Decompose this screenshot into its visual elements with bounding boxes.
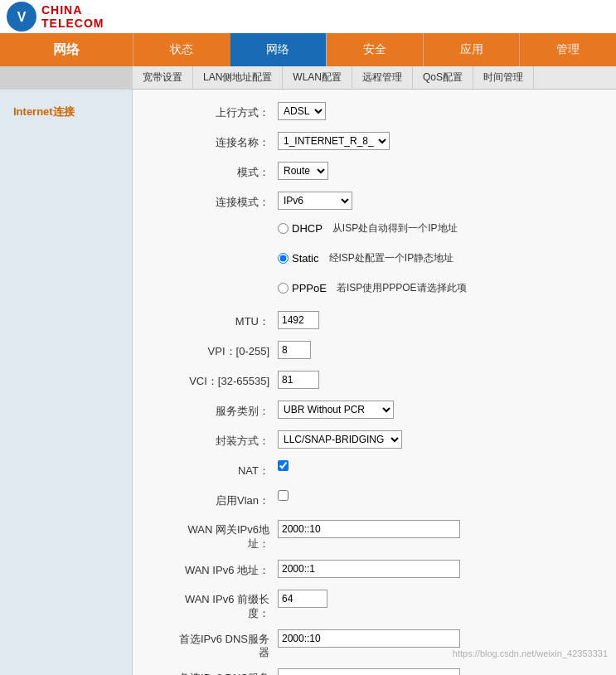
static-row: Static 经ISP处配置一个IP静态地址 — [149, 251, 599, 273]
nav-network-label: 网络 — [0, 33, 133, 66]
static-control: Static 经ISP处配置一个IP静态地址 — [278, 251, 454, 265]
mode-control: Route Bridge — [278, 162, 328, 180]
conn-name-select[interactable]: 1_INTERNET_R_8_81 — [278, 132, 390, 150]
tab-network[interactable]: 网络 — [230, 33, 327, 66]
vlan-control — [278, 490, 292, 501]
encap-row: 封装方式： LLC/SNAP-BRIDGING LLC Encapsulatio… — [149, 430, 599, 452]
static-label-spacer — [149, 251, 278, 255]
pppoe-radio[interactable] — [278, 283, 289, 294]
nat-row: NAT： — [149, 460, 599, 482]
mode-row: 模式： Route Bridge — [149, 162, 599, 183]
wan-ipv6-gw-row: WAN 网关IPv6地址： — [149, 520, 599, 551]
vci-label: VCI：[32-65535] — [149, 371, 278, 389]
subnav-qos[interactable]: QoS配置 — [413, 66, 473, 89]
vpi-input[interactable] — [278, 341, 311, 359]
tab-admin[interactable]: 管理 — [519, 33, 616, 66]
encap-control: LLC/SNAP-BRIDGING LLC Encapsulation VC M… — [278, 430, 402, 449]
wan-ipv6-addr-label: WAN IPv6 地址： — [149, 560, 278, 578]
service-type-row: 服务类别： UBR Without PCR UBR With PCR CBR N… — [149, 401, 599, 422]
encap-select[interactable]: LLC/SNAP-BRIDGING LLC Encapsulation VC M… — [278, 430, 402, 449]
wan-ipv6-addr-control — [278, 560, 460, 578]
pppoe-desc: 若ISP使用PPPOE请选择此项 — [337, 281, 467, 295]
conn-mode-label: 连接模式： — [149, 192, 278, 210]
mtu-row: MTU： — [149, 311, 599, 333]
upstream-row: 上行方式： ADSL — [149, 102, 599, 124]
dhcp-control: DHCP 从ISP处自动得到一个IP地址 — [278, 221, 458, 236]
header-right — [133, 0, 616, 33]
mtu-input[interactable] — [278, 311, 319, 329]
tab-security[interactable]: 安全 — [326, 33, 423, 66]
wan-ipv6-addr-input[interactable] — [278, 560, 460, 578]
conn-name-row: 连接名称： 1_INTERNET_R_8_81 — [149, 132, 599, 153]
pppoe-radio-label: PPPoE — [292, 282, 327, 294]
dhcp-radio-label: DHCP — [292, 222, 323, 235]
service-type-select[interactable]: UBR Without PCR UBR With PCR CBR Non Rea… — [278, 401, 394, 419]
primary-dns-input[interactable] — [278, 629, 460, 648]
vpi-row: VPI：[0-255] — [149, 341, 599, 362]
logo-text: CHINA TELECOM — [41, 3, 133, 30]
vci-control — [278, 371, 319, 389]
wan-ipv6-gw-input[interactable] — [278, 520, 460, 538]
secondary-dns-row: 备选IPv6 DNS服务器 — [149, 668, 599, 675]
sidebar-item-internet[interactable]: Internet连接 — [0, 98, 132, 126]
vlan-checkbox[interactable] — [278, 490, 289, 501]
dhcp-radio[interactable] — [278, 223, 289, 234]
encap-label: 封装方式： — [149, 430, 278, 449]
secondary-dns-label: 备选IPv6 DNS服务器 — [149, 668, 278, 675]
upstream-label: 上行方式： — [149, 102, 278, 120]
static-radio-label: Static — [292, 252, 319, 265]
static-desc: 经ISP处配置一个IP静态地址 — [329, 251, 454, 265]
vlan-row: 启用Vlan： — [149, 490, 599, 512]
mtu-control — [278, 311, 319, 329]
conn-name-control: 1_INTERNET_R_8_81 — [278, 132, 390, 150]
dhcp-desc: 从ISP处自动得到一个IP地址 — [332, 221, 458, 236]
wan-ipv6-gw-label: WAN 网关IPv6地址： — [149, 520, 278, 551]
conn-mode-control: IPv4 IPv6 IPv4/IPv6 — [278, 192, 352, 210]
logo-area: V CHINA TELECOM — [0, 0, 133, 33]
pppoe-control: PPPoE 若ISP使用PPPOE请选择此项 — [278, 281, 467, 295]
pppoe-row: PPPoE 若ISP使用PPPOE请选择此项 — [149, 281, 599, 303]
secondary-dns-control — [278, 668, 460, 675]
subnav-wlan[interactable]: WLAN配置 — [283, 66, 352, 89]
conn-name-label: 连接名称： — [149, 132, 278, 150]
static-radio[interactable] — [278, 253, 289, 264]
pppoe-label-spacer — [149, 281, 278, 284]
upstream-select[interactable]: ADSL — [278, 102, 326, 120]
service-type-control: UBR Without PCR UBR With PCR CBR Non Rea… — [278, 401, 394, 419]
sidebar: Internet连接 — [0, 90, 133, 675]
subnav-broadband[interactable]: 宽带设置 — [133, 66, 193, 89]
vpi-control — [278, 341, 311, 359]
subnav-lan[interactable]: LAN侧地址配置 — [193, 66, 283, 89]
mode-label: 模式： — [149, 162, 278, 180]
secondary-dns-input[interactable] — [278, 668, 460, 675]
nat-label: NAT： — [149, 460, 278, 478]
wan-ipv6-addr-row: WAN IPv6 地址： — [149, 560, 599, 581]
dhcp-label-spacer — [149, 221, 278, 225]
content-area: 上行方式： ADSL 连接名称： 1_INTERNET_R_8_81 模式： R… — [133, 90, 616, 675]
logo-icon: V — [7, 2, 36, 32]
tab-status[interactable]: 状态 — [133, 33, 230, 66]
wan-ipv6-prefix-control — [278, 590, 327, 608]
wan-ipv6-prefix-input[interactable] — [278, 590, 327, 608]
primary-dns-control — [278, 629, 460, 648]
vci-input[interactable] — [278, 371, 319, 389]
nat-checkbox[interactable] — [278, 460, 289, 471]
subnav-remote[interactable]: 远程管理 — [352, 66, 413, 89]
svg-text:V: V — [17, 10, 27, 24]
vlan-label: 启用Vlan： — [149, 490, 278, 508]
conn-mode-row: 连接模式： IPv4 IPv6 IPv4/IPv6 — [149, 192, 599, 213]
mode-select[interactable]: Route Bridge — [278, 162, 328, 180]
wan-ipv6-prefix-row: WAN IPv6 前缀长度： — [149, 590, 599, 621]
vpi-label: VPI：[0-255] — [149, 341, 278, 359]
nat-control — [278, 460, 292, 471]
conn-mode-select[interactable]: IPv4 IPv6 IPv4/IPv6 — [278, 192, 352, 210]
wan-ipv6-gw-control — [278, 520, 460, 538]
dhcp-row: DHCP 从ISP处自动得到一个IP地址 — [149, 221, 599, 243]
service-type-label: 服务类别： — [149, 401, 278, 419]
subnav-time[interactable]: 时间管理 — [473, 66, 534, 89]
wan-ipv6-prefix-label: WAN IPv6 前缀长度： — [149, 590, 278, 621]
watermark: https://blog.csdn.net/weixin_42353331 — [453, 648, 608, 658]
tab-apps[interactable]: 应用 — [423, 33, 520, 66]
upstream-control: ADSL — [278, 102, 326, 120]
vci-row: VCI：[32-65535] — [149, 371, 599, 392]
